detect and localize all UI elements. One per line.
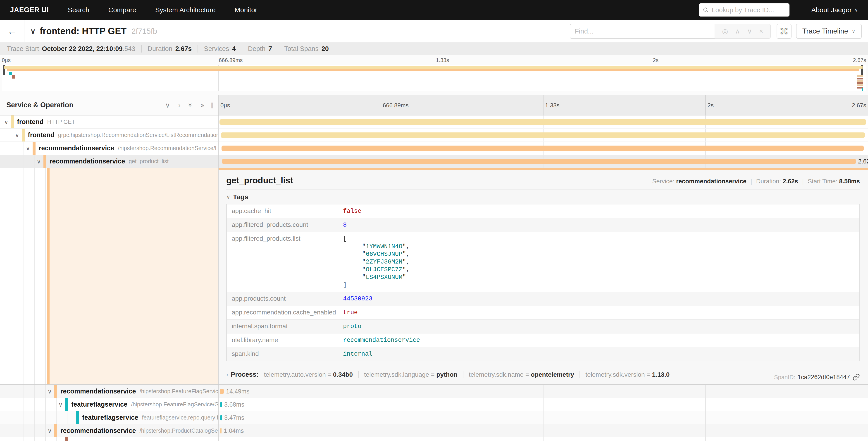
divider — [226, 189, 860, 189]
trace-summary-bar: Trace Start October 22 2022, 22:10:09.54… — [0, 42, 868, 55]
keyboard-shortcuts-button[interactable]: ⌘ — [777, 24, 792, 39]
tag-value: internal — [343, 350, 855, 358]
tag-row: internal.span.formatproto — [227, 320, 859, 333]
process-entry: telemetry.sdk.language = python — [358, 371, 463, 378]
tag-list-item: "OLJCESPC7Z", — [343, 266, 855, 273]
minimap-span-bar — [857, 82, 863, 84]
row-collapse-chevron-icon[interactable]: ∨ — [48, 388, 52, 395]
row-collapse-chevron-icon[interactable]: ∨ — [37, 158, 41, 165]
trace-id-search-input[interactable]: Lookup by Trace ID... — [699, 3, 789, 17]
span-detail-left-gutter — [0, 168, 219, 384]
tag-key: app.cache_hit — [232, 207, 343, 215]
span-row[interactable]: featureflagservicefeatureflagservice.rep… — [0, 411, 868, 424]
back-arrow-icon: ← — [7, 26, 17, 37]
tag-value: false — [343, 207, 855, 215]
tag-row: app.products.count44530923 — [227, 292, 859, 306]
clear-find-icon[interactable]: × — [759, 27, 763, 35]
expand-all-icon[interactable]: » — [200, 101, 204, 109]
span-duration-bar[interactable] — [220, 389, 224, 394]
row-collapse-chevron-icon[interactable]: ∨ — [15, 131, 19, 139]
collapse-all-icon[interactable]: » — [187, 103, 194, 107]
link-icon[interactable] — [852, 374, 860, 381]
span-duration-bar[interactable] — [220, 402, 222, 407]
span-row[interactable] — [0, 437, 868, 441]
span-row[interactable]: ∨recommendationservice/hipstershop.Featu… — [0, 385, 868, 398]
row-collapse-chevron-icon[interactable]: ∨ — [4, 118, 8, 125]
span-duration-bar[interactable] — [220, 428, 221, 434]
about-jaeger-menu[interactable]: About Jaeger ∨ — [811, 6, 858, 14]
trace-id-short: 2f715fb — [131, 27, 157, 35]
view-selector-button[interactable]: Trace Timeline ∨ — [796, 24, 862, 39]
tick-label: 0μs — [2, 57, 11, 63]
tag-key: app.filtered_products.count — [232, 221, 343, 229]
span-row[interactable]: ∨recommendationservice/hipstershop.Recom… — [0, 142, 868, 155]
summary-trace-start: Trace Start October 22 2022, 22:10:09.54… — [0, 45, 141, 53]
expand-one-icon[interactable]: › — [178, 101, 181, 109]
nav-item-monitor[interactable]: Monitor — [235, 6, 257, 14]
tag-value: true — [343, 309, 855, 317]
span-row[interactable]: ∨frontendgrpc.hipstershop.Recommendation… — [0, 128, 868, 142]
span-id-row: SpanID: 1ca2262df0e18447 — [774, 374, 860, 381]
span-duration-bar[interactable] — [219, 119, 866, 125]
find-input[interactable]: Find... — [570, 24, 715, 39]
summary-depth: Depth 7 — [242, 45, 278, 53]
focus-match-icon[interactable]: ◎ — [722, 27, 728, 35]
span-duration-label: 2.62s — [858, 158, 868, 165]
chevron-right-icon[interactable]: › — [226, 372, 228, 378]
nav-item-compare[interactable]: Compare — [108, 6, 136, 14]
jaeger-logo[interactable]: JAEGER UI — [10, 6, 49, 14]
span-duration-label: 3.68ms — [224, 401, 244, 408]
service-color-bar — [54, 385, 57, 398]
span-detail-meta: Service:recommendationservice | Duration… — [652, 178, 860, 185]
span-row[interactable]: ∨featureflagservice/hipstershop.FeatureF… — [0, 398, 868, 411]
span-duration-bar[interactable] — [221, 133, 865, 138]
tag-list-item: "1YMWWN1N4O", — [343, 243, 855, 251]
collapse-one-icon[interactable]: ∨ — [165, 101, 170, 109]
span-duration-label: 1.04ms — [224, 428, 244, 435]
row-collapse-chevron-icon[interactable]: ∨ — [58, 401, 63, 408]
tag-list-item: "LS4PSXUNUM" — [343, 273, 855, 281]
tick-label: 666.89ms — [219, 57, 243, 63]
row-collapse-chevron-icon[interactable]: ∨ — [26, 145, 30, 152]
span-detail-panel: get_product_list Service:recommendations… — [219, 168, 868, 384]
operation-name: /hipstershop.FeatureFlagService… — [140, 388, 219, 394]
process-entry: telemetry.sdk.version = 1.13.0 — [580, 371, 675, 378]
operation-name: /hipstershop.ProductCatalogSer… — [140, 428, 219, 434]
next-match-icon[interactable]: ∨ — [747, 27, 752, 35]
span-duration-bar[interactable] — [221, 146, 864, 151]
span-row[interactable]: ∨frontendHTTP GET — [0, 115, 868, 128]
nav-item-system-architecture[interactable]: System Architecture — [155, 6, 216, 14]
operation-name: HTTP GET — [47, 119, 75, 125]
minimap-span-bar — [4, 66, 863, 68]
operation-name: /hipstershop.FeatureFlagService/Ge… — [131, 401, 219, 408]
tag-key: internal.span.format — [232, 323, 343, 330]
column-resizer-grip[interactable]: ∥ — [211, 101, 214, 109]
summary-duration: Duration 2.67s — [141, 45, 197, 53]
service-name: recommendationservice — [50, 157, 125, 165]
minimap-span-bar — [857, 78, 863, 80]
tag-list-item: "2ZYFJ3GM2N", — [343, 258, 855, 266]
trace-collapse-chevron-icon[interactable]: ∨ — [30, 27, 35, 35]
chevron-down-icon: ∨ — [226, 194, 230, 200]
minimap-span-bar — [857, 80, 863, 82]
back-button[interactable]: ← — [0, 20, 25, 42]
span-duration-bar[interactable] — [222, 159, 856, 164]
tag-list-item: "66VCHSJNUP", — [343, 251, 855, 258]
span-duration-bar[interactable] — [220, 415, 222, 420]
trace-header: ← ∨ frontend: HTTP GET 2f715fb Find... ◎… — [0, 20, 868, 42]
minimap-canvas[interactable] — [2, 65, 866, 91]
span-row[interactable]: ∨recommendationserviceget_product_list2.… — [0, 155, 868, 168]
span-row[interactable]: ∨recommendationservice/hipstershop.Produ… — [0, 424, 868, 437]
tag-key: span.kind — [232, 350, 343, 358]
row-collapse-chevron-icon[interactable]: ∨ — [48, 427, 52, 434]
tick-label: 2.67s — [852, 102, 866, 109]
prev-match-icon[interactable]: ∧ — [735, 27, 740, 35]
minimap-span-bar — [7, 68, 859, 71]
service-name: recommendationservice — [60, 427, 136, 435]
minimap-tick-labels: 0μs666.89ms1.33s2s2.67s — [0, 57, 868, 64]
tags-section-toggle[interactable]: ∨ Tags — [226, 193, 860, 201]
timeline-column-header: Service & Operation ∨ › » » ∥ 0μs666.89m… — [0, 95, 868, 115]
tag-row: otel.library.namerecommendationservice — [227, 333, 859, 347]
span-detail-row: get_product_list Service:recommendations… — [0, 168, 868, 385]
nav-item-search[interactable]: Search — [68, 6, 89, 14]
